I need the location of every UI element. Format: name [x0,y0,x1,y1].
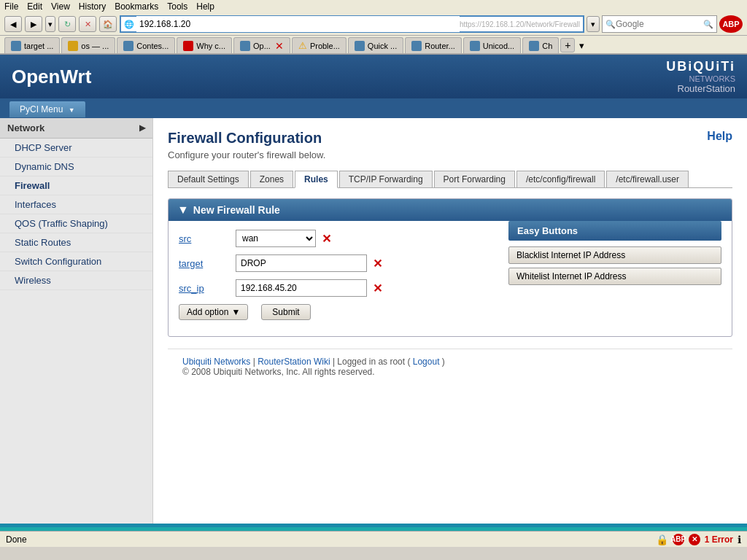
search-go[interactable]: 🔍 [703,20,713,29]
browser-tab-1[interactable]: os — ... [61,37,115,53]
rule-form: src wan lan any ✕ target ✕ [169,221,498,336]
page: OpenWrt UBiQUiTi NETWORKS RouterStation … [0,55,747,531]
abp-icon: ABP [673,534,684,545]
browser-tab-9[interactable]: Ch [522,37,559,53]
status-text: Done [6,534,27,545]
menu-bookmarks[interactable]: Bookmarks [115,1,158,12]
browser-chrome: File Edit View History Bookmarks Tools H… [0,0,747,55]
menu-tools[interactable]: Tools [167,1,187,12]
ubiquiti-name: UBiQUiTi [666,59,735,74]
rule-header: ▼ New Firewall Rule [169,199,732,221]
address-bar: 🌐 https://192.168.1.20/Network/Firewall … [120,15,743,33]
status-right: 🔒 ABP ✕ 1 Error ℹ [656,534,741,545]
target-input[interactable] [236,254,367,272]
menu-bar: File Edit View History Bookmarks Tools H… [0,0,747,13]
rule-collapse-icon[interactable]: ▼ [177,203,189,217]
browser-tab-2[interactable]: Contes... [117,37,175,53]
info-icon: ℹ [738,534,741,545]
src-ip-remove-button[interactable]: ✕ [373,281,382,295]
tab-port-forwarding[interactable]: Port Forwarding [434,171,515,187]
browser-tab-0[interactable]: target ... [4,37,60,53]
sidebar-item-static-routes[interactable]: Static Routes [0,233,152,252]
forward-dropdown[interactable]: ▾ [45,16,55,32]
routerstation-wiki-link[interactable]: RouterStation Wiki [258,357,330,367]
url-go[interactable]: ▾ [587,16,600,32]
sidebar-item-firewall[interactable]: Firewall [0,176,152,195]
page-header: Firewall Configuration Configure your ro… [168,130,732,171]
add-tab-button[interactable]: + [560,38,575,52]
logged-in-text: | Logged in as root ( [333,357,411,367]
rule-body: src wan lan any ✕ target ✕ [169,221,732,336]
sidebar-item-switch[interactable]: Switch Configuration [0,252,152,271]
search-input[interactable] [616,19,703,29]
sidebar-item-qos[interactable]: QOS (Traffic Shaping) [0,214,152,233]
help-link[interactable]: Help [707,130,732,143]
target-remove-button[interactable]: ✕ [373,257,382,271]
add-option-button[interactable]: Add option ▼ [179,304,248,320]
whitelist-button[interactable]: Whitelist Internet IP Address [508,268,721,285]
src-ip-input[interactable] [236,279,367,297]
sidebar-arrow-icon: ▶ [139,123,145,133]
url-input[interactable] [136,16,460,32]
sidebar-title: Network ▶ [0,118,152,139]
ubiquiti-sub: NETWORKS [689,74,735,83]
reload-button[interactable]: ↻ [58,16,76,32]
pci-menu-bar: PyCI Menu ▼ [0,98,747,118]
page-title: Firewall Configuration [168,130,325,147]
tab-zones[interactable]: Zones [250,171,293,187]
home-button[interactable]: 🏠 [99,16,117,32]
site-logo: OpenWrt [12,66,91,88]
browser-tab-7[interactable]: Router... [405,37,462,53]
sidebar-item-dhcp[interactable]: DHCP Server [0,139,152,158]
tab-tcp-ip-forwarding[interactable]: TCP/IP Forwarding [339,171,433,187]
config-tabs: Default Settings Zones Rules TCP/IP Forw… [168,171,732,188]
sidebar-item-wireless[interactable]: Wireless [0,271,152,290]
menu-history[interactable]: History [79,1,106,12]
browser-tab-5[interactable]: ⚠ Proble... [292,37,347,53]
menu-view[interactable]: View [51,1,70,12]
src-ip-label[interactable]: src_ip [179,283,230,294]
forward-button[interactable]: ▶ [25,16,42,32]
tab-firewall-user[interactable]: /etc/firewall.user [606,171,689,187]
submit-button[interactable]: Submit [261,304,310,320]
sidebar-item-ddns[interactable]: Dynamic DNS [0,158,152,176]
logout-link[interactable]: Logout [413,357,440,367]
browser-tab-3[interactable]: Why c... [177,37,232,53]
browser-tab-6[interactable]: Quick ... [348,37,403,53]
teal-stripe [0,527,747,531]
product-name: RouterStation [678,83,736,94]
stop-button[interactable]: ✕ [79,16,96,32]
logged-in-end: ) [442,357,445,367]
copyright-text: © 2008 Ubiquiti Networks, Inc. All right… [182,367,375,377]
browser-tab-8[interactable]: Unicod... [463,37,521,53]
pci-menu-button[interactable]: PyCI Menu ▼ [9,101,86,118]
blacklist-button[interactable]: Blacklist Internet IP Address [508,246,721,264]
src-select[interactable]: wan lan any [236,230,316,247]
tab-overflow[interactable]: ▾ [579,40,584,51]
new-firewall-rule-box: ▼ New Firewall Rule src wan lan any [168,198,732,337]
logo-text: OpenWrt [12,66,91,88]
tab-default-settings[interactable]: Default Settings [168,171,249,187]
menu-help[interactable]: Help [196,1,214,12]
tab-rules[interactable]: Rules [295,171,338,188]
menu-edit[interactable]: Edit [27,1,42,12]
ubiquiti-link[interactable]: Ubiquiti Networks [182,357,250,367]
pci-dropdown-arrow: ▼ [69,106,75,114]
target-label[interactable]: target [179,258,230,269]
main-content: Firewall Configuration Configure your ro… [153,118,747,524]
status-bar: Done 🔒 ABP ✕ 1 Error ℹ [0,531,747,547]
sidebar-item-interfaces[interactable]: Interfaces [0,195,152,214]
src-label[interactable]: src [179,233,230,244]
menu-file[interactable]: File [4,1,18,12]
src-field-row: src wan lan any ✕ [179,230,488,247]
back-button[interactable]: ◀ [4,16,22,32]
src-remove-button[interactable]: ✕ [322,232,331,246]
toolbar: ◀ ▶ ▾ ↻ ✕ 🏠 🌐 https://192.168.1.20/Netwo… [0,13,747,36]
lock-icon: 🔒 [656,534,668,545]
src-ip-field-row: src_ip ✕ [179,279,488,297]
footer-links: Ubiquiti Networks | RouterStation Wiki |… [168,349,732,384]
browser-tab-4[interactable]: Op... ✕ [233,37,290,53]
tab-config-firewall[interactable]: /etc/config/firewall [516,171,605,187]
ubiquiti-logo: UBiQUiTi NETWORKS RouterStation [666,59,735,94]
form-actions-row: Add option ▼ Submit [179,304,488,320]
